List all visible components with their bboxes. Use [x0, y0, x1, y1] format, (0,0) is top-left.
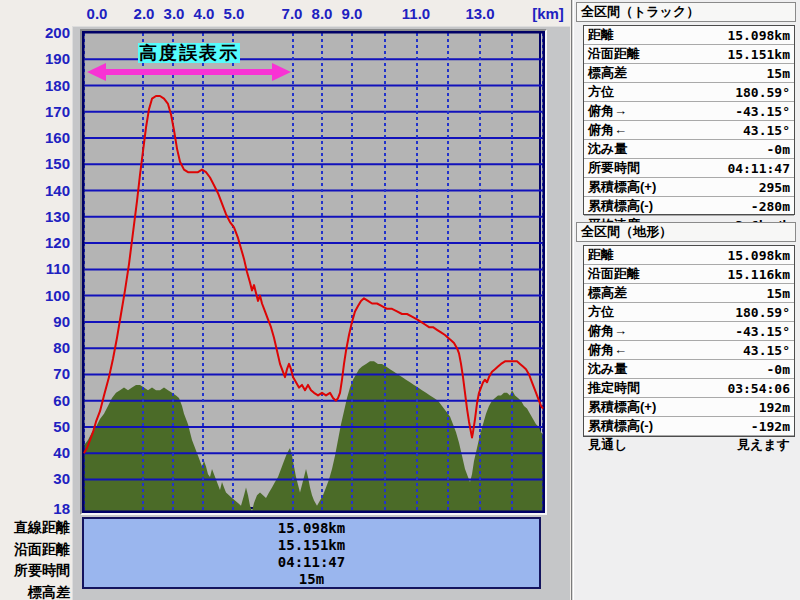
stats-sidebar: 全区間（トラック） 距離15.098km沿面距離15.151km標高差15m方位…: [574, 0, 800, 600]
stat-label: 沿面距離: [588, 45, 640, 63]
stat-value: 03:54:06: [727, 381, 790, 396]
stat-label: 俯角→: [588, 102, 627, 120]
summary-value: 04:11:47: [84, 554, 539, 571]
stat-row: 累積標高(-)-280m: [584, 197, 794, 216]
x-tick-label: 9.0: [342, 5, 363, 22]
stat-label: 沈み量: [588, 360, 627, 378]
stat-value: 見えます: [737, 436, 790, 454]
stat-label: 俯角←: [588, 341, 627, 359]
x-tick-label: 5.0: [224, 5, 245, 22]
stat-row: 俯角→-43.15°: [584, 102, 794, 121]
stat-value: 15m: [767, 66, 790, 81]
stat-label: 累積標高(+): [588, 398, 656, 416]
section-header-terrain: 全区間（地形）: [576, 222, 796, 242]
y-tick-label: 160: [0, 129, 70, 147]
x-tick-label: 0.0: [87, 5, 108, 22]
stat-value: -280m: [751, 199, 790, 214]
stat-row: 標高差15m: [584, 284, 794, 303]
stat-row: 累積標高(-)-192m: [584, 417, 794, 436]
y-tick-label: 70: [0, 365, 70, 383]
stat-row: 所要時間04:11:47: [584, 159, 794, 178]
stat-value: -192m: [751, 419, 790, 434]
summary-value: 15.098km: [84, 520, 539, 537]
stat-label: 累積標高(-): [588, 197, 653, 215]
stat-label: 標高差: [588, 64, 627, 82]
stat-value: 15.098km: [727, 28, 790, 43]
stat-row: 沈み量-0m: [584, 140, 794, 159]
stat-row: 見通し見えます: [584, 436, 794, 454]
y-tick-label: 150: [0, 155, 70, 173]
stat-value: 295m: [759, 180, 790, 195]
stat-row: 俯角→-43.15°: [584, 322, 794, 341]
elevation-chart-svg: [82, 31, 545, 513]
x-tick-label: 13.0: [465, 5, 494, 22]
x-tick-label: [km]: [532, 5, 564, 22]
summary-value: 15m: [84, 571, 539, 588]
stat-label: 累積標高(-): [588, 417, 653, 435]
stat-value: -0m: [767, 362, 790, 377]
y-tick-label: 30: [0, 470, 70, 488]
stat-label: 所要時間: [588, 159, 640, 177]
summary-label: 直線距離: [0, 517, 70, 537]
stat-row: 距離15.098km: [584, 26, 794, 45]
y-tick-label: 130: [0, 208, 70, 226]
stat-label: 俯角←: [588, 121, 627, 139]
x-tick-label: 8.0: [312, 5, 333, 22]
summary-value: 15.151km: [84, 537, 539, 554]
stat-label: 距離: [588, 26, 614, 44]
stat-value: -43.15°: [735, 104, 790, 119]
stat-value: 180.59°: [735, 305, 790, 320]
elevation-plot[interactable]: 高度誤表示: [82, 31, 541, 509]
summary-label: 沿面距離: [0, 539, 70, 559]
stat-row: 標高差15m: [584, 64, 794, 83]
y-tick-label: 180: [0, 77, 70, 95]
stat-value: 43.15°: [743, 343, 790, 358]
y-tick-label: 60: [0, 392, 70, 410]
y-tick-label: 80: [0, 339, 70, 357]
stat-value: 180.59°: [735, 85, 790, 100]
x-tick-label: 4.0: [194, 5, 215, 22]
stat-row: 沈み量-0m: [584, 360, 794, 379]
stat-value: 43.15°: [743, 123, 790, 138]
summary-value-box: 15.098km15.151km04:11:4715m: [82, 517, 541, 589]
stat-value: 15.116km: [727, 267, 790, 282]
stat-label: 見通し: [588, 436, 627, 454]
stat-row: 推定時間03:54:06: [584, 379, 794, 398]
stats-table-track: 距離15.098km沿面距離15.151km標高差15m方位180.59°俯角→…: [583, 25, 795, 215]
stat-value: 15.098km: [727, 248, 790, 263]
stats-table-terrain: 距離15.098km沿面距離15.116km標高差15m方位180.59°俯角→…: [583, 245, 795, 437]
stat-row: 累積標高(+)295m: [584, 178, 794, 197]
x-tick-label: 2.0: [134, 5, 155, 22]
y-tick-label: 170: [0, 103, 70, 121]
stat-row: 方位180.59°: [584, 303, 794, 322]
arrow-head-left-icon: [87, 63, 106, 81]
y-tick-label: 90: [0, 313, 70, 331]
summary-label: 標高差: [0, 582, 70, 600]
x-axis: 0.02.03.04.05.07.08.09.011.013.0[km]: [0, 5, 572, 25]
stat-row: 沿面距離15.151km: [584, 45, 794, 64]
section-header-track: 全区間（トラック）: [576, 2, 796, 22]
summary-label: 所要時間: [0, 560, 70, 580]
y-tick-label: 200: [0, 24, 70, 42]
stat-row: 方位180.59°: [584, 83, 794, 102]
y-tick-label: 190: [0, 50, 70, 68]
y-tick-label: 100: [0, 287, 70, 305]
stat-value: 15m: [767, 286, 790, 301]
x-tick-label: 7.0: [282, 5, 303, 22]
stat-row: 俯角←43.15°: [584, 121, 794, 140]
arrow-head-right-icon: [272, 63, 291, 81]
plot-frame: 高度誤表示: [80, 29, 547, 515]
stat-row: 沿面距離15.116km: [584, 265, 794, 284]
stat-row: 俯角←43.15°: [584, 341, 794, 360]
stat-value: -0m: [767, 142, 790, 157]
x-tick-label: 11.0: [402, 5, 430, 22]
stat-value: -43.15°: [735, 324, 790, 339]
stat-value: 04:11:47: [727, 161, 790, 176]
x-tick-label: 3.0: [164, 5, 185, 22]
y-axis: 2001901801701601501401301201101009080706…: [0, 0, 70, 600]
stat-label: 距離: [588, 246, 614, 264]
stat-label: 方位: [588, 83, 614, 101]
stat-row: 累積標高(+)192m: [584, 398, 794, 417]
y-tick-label: 40: [0, 444, 70, 462]
stat-label: 沿面距離: [588, 265, 640, 283]
